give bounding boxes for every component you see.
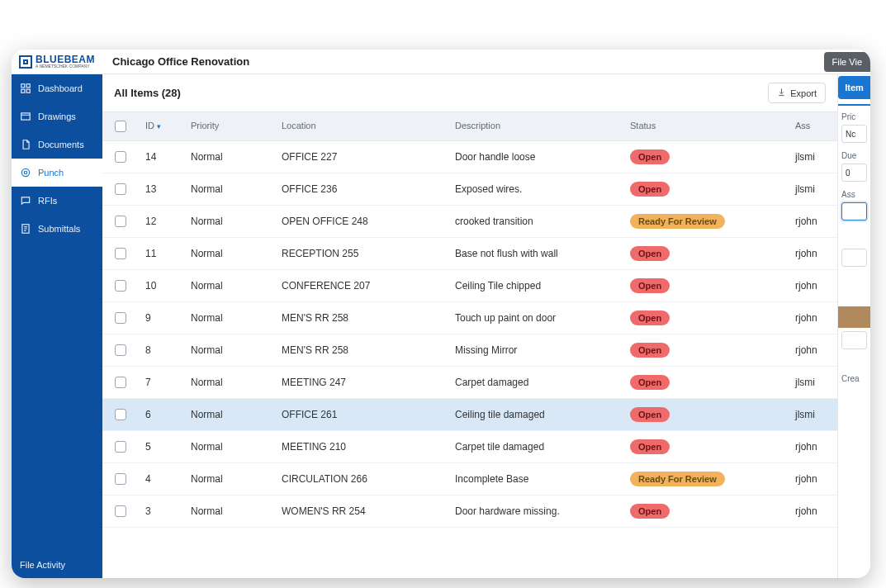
cell-description: crooked transition bbox=[448, 207, 623, 235]
cell-id: 9 bbox=[139, 304, 184, 332]
cell-status: Open bbox=[623, 367, 789, 398]
status-badge: Open bbox=[630, 246, 670, 261]
detail-due-field[interactable]: 0 bbox=[841, 164, 867, 182]
sidebar-item-drawings[interactable]: Drawings bbox=[12, 102, 102, 130]
cell-status: Open bbox=[623, 141, 789, 173]
row-checkbox[interactable] bbox=[102, 368, 139, 396]
sidebar-item-punch[interactable]: Punch bbox=[12, 159, 102, 187]
cell-priority: Normal bbox=[184, 175, 275, 203]
cell-assignee: rjohn bbox=[789, 336, 837, 364]
sidebar-item-dashboard[interactable]: Dashboard bbox=[12, 74, 102, 102]
export-button[interactable]: Export bbox=[768, 83, 826, 103]
column-header-id[interactable]: ID▾ bbox=[139, 112, 184, 140]
row-checkbox[interactable] bbox=[102, 401, 139, 429]
cell-description: Carpet damaged bbox=[448, 368, 623, 396]
status-badge: Open bbox=[630, 149, 670, 164]
table-row[interactable]: 3NormalWOMEN'S RR 254Door hardware missi… bbox=[102, 496, 837, 528]
sidebar-item-label: RFIs bbox=[38, 196, 57, 206]
cell-priority: Normal bbox=[184, 239, 275, 268]
svg-point-5 bbox=[21, 168, 29, 176]
table-row[interactable]: 8NormalMEN'S RR 258Missing MirrorOpenrjo… bbox=[102, 334, 837, 367]
column-header-assignee[interactable]: Ass bbox=[789, 112, 837, 140]
sort-caret-icon: ▾ bbox=[157, 122, 161, 130]
row-checkbox[interactable] bbox=[102, 304, 139, 332]
detail-panel: Item Pric Nc Due 0 Ass Crea bbox=[837, 74, 870, 578]
logo-subtitle: A NEMETSCHEK COMPANY bbox=[36, 64, 95, 69]
cell-priority: Normal bbox=[184, 304, 275, 332]
row-checkbox[interactable] bbox=[102, 239, 139, 268]
cell-status: Ready For Review bbox=[623, 463, 789, 495]
sidebar: DashboardDrawingsDocumentsPunchRFIsSubmi… bbox=[12, 74, 102, 578]
topbar: BLUEBEAM A NEMETSCHEK COMPANY Chicago Of… bbox=[12, 50, 870, 74]
table-row[interactable]: 13NormalOFFICE 236Exposed wires.Openjlsm… bbox=[102, 173, 837, 206]
file-activity-link[interactable]: File Activity bbox=[12, 552, 102, 578]
table-row[interactable]: 4NormalCIRCULATION 266Incomplete BaseRea… bbox=[102, 463, 837, 496]
cell-priority: Normal bbox=[184, 272, 275, 300]
table-row[interactable]: 9NormalMEN'S RR 258Touch up paint on doo… bbox=[102, 302, 837, 334]
sidebar-item-label: Punch bbox=[38, 168, 64, 178]
table-row[interactable]: 10NormalCONFERENCE 207Ceiling Tile chipp… bbox=[102, 270, 837, 302]
status-badge: Open bbox=[630, 278, 670, 293]
detail-priority-field[interactable]: Nc bbox=[841, 125, 867, 143]
cell-location: WOMEN'S RR 254 bbox=[275, 497, 448, 525]
cell-assignee: jlsmi bbox=[789, 175, 837, 203]
status-badge: Open bbox=[630, 407, 670, 422]
detail-tab-item[interactable]: Item bbox=[838, 76, 870, 99]
column-header-status[interactable]: Status bbox=[623, 112, 789, 140]
status-badge: Open bbox=[630, 375, 670, 390]
cell-location: CIRCULATION 266 bbox=[275, 465, 448, 493]
column-header-priority[interactable]: Priority bbox=[184, 112, 275, 140]
table-row[interactable]: 5NormalMEETING 210Carpet tile damagedOpe… bbox=[102, 431, 837, 463]
sidebar-item-rfis[interactable]: RFIs bbox=[12, 187, 102, 215]
cell-status: Open bbox=[623, 496, 789, 527]
svg-rect-1 bbox=[26, 84, 30, 88]
row-checkbox[interactable] bbox=[102, 143, 139, 171]
detail-assignee-field[interactable] bbox=[841, 202, 867, 220]
project-title: Chicago Office Renovation bbox=[102, 55, 824, 68]
detail-extra-field-1[interactable] bbox=[841, 249, 867, 267]
cell-status: Open bbox=[623, 302, 789, 334]
cell-location: OFFICE 236 bbox=[275, 175, 448, 203]
file-view-button[interactable]: File Vie bbox=[824, 52, 870, 72]
sidebar-item-documents[interactable]: Documents bbox=[12, 130, 102, 159]
table-row[interactable]: 12NormalOPEN OFFICE 248crooked transitio… bbox=[102, 206, 837, 238]
table-row[interactable]: 14NormalOFFICE 227Door handle looseOpenj… bbox=[102, 141, 837, 173]
cell-location: CONFERENCE 207 bbox=[275, 272, 448, 300]
column-header-description[interactable]: Description bbox=[448, 112, 623, 140]
cell-id: 8 bbox=[139, 336, 184, 364]
cell-description: Touch up paint on door bbox=[448, 304, 623, 332]
svg-rect-4 bbox=[21, 113, 31, 120]
detail-save-button[interactable] bbox=[838, 306, 870, 328]
cell-description: Exposed wires. bbox=[448, 175, 623, 203]
cell-description: Door hardware missing. bbox=[448, 497, 623, 525]
row-checkbox[interactable] bbox=[102, 207, 139, 235]
cell-location: OPEN OFFICE 248 bbox=[275, 207, 448, 235]
items-table: ID▾ Priority Location Description Status… bbox=[102, 111, 837, 578]
cell-priority: Normal bbox=[184, 207, 275, 235]
table-row[interactable]: 7NormalMEETING 247Carpet damagedOpenjlsm… bbox=[102, 367, 837, 399]
row-checkbox[interactable] bbox=[102, 272, 139, 300]
cell-assignee: jlsmi bbox=[789, 401, 837, 429]
dashboard-icon bbox=[20, 83, 31, 94]
table-row[interactable]: 6NormalOFFICE 261Ceiling tile damagedOpe… bbox=[102, 399, 837, 431]
cell-location: MEN'S RR 258 bbox=[275, 304, 448, 332]
row-checkbox[interactable] bbox=[102, 497, 139, 525]
row-checkbox[interactable] bbox=[102, 336, 139, 364]
select-all-checkbox[interactable] bbox=[102, 112, 139, 140]
download-icon bbox=[777, 88, 786, 98]
drawings-icon bbox=[20, 111, 31, 122]
row-checkbox[interactable] bbox=[102, 433, 139, 461]
cell-description: Carpet tile damaged bbox=[448, 433, 623, 461]
sidebar-item-submittals[interactable]: Submittals bbox=[12, 215, 102, 243]
cell-assignee: rjohn bbox=[789, 304, 837, 332]
row-checkbox[interactable] bbox=[102, 465, 139, 493]
cell-assignee: jlsmi bbox=[789, 143, 837, 171]
detail-extra-field-2[interactable] bbox=[841, 331, 867, 349]
column-header-location[interactable]: Location bbox=[275, 112, 448, 140]
cell-id: 10 bbox=[139, 272, 184, 300]
row-checkbox[interactable] bbox=[102, 175, 139, 203]
cell-description: Door handle loose bbox=[448, 143, 623, 171]
svg-rect-0 bbox=[21, 84, 25, 88]
cell-location: OFFICE 261 bbox=[275, 401, 448, 429]
table-row[interactable]: 11NormalRECEPTION 255Base not flush with… bbox=[102, 238, 837, 270]
